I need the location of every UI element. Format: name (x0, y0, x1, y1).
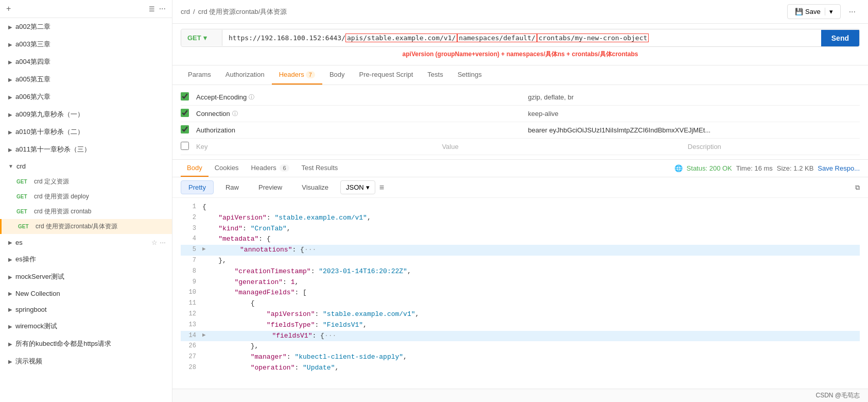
info-icon[interactable]: ⓘ (232, 110, 238, 118)
sidebar-item-label: New Collection (15, 290, 166, 297)
tab-body[interactable]: Body (322, 65, 352, 85)
url-input[interactable]: https://192.168.100.152:6443/apis/stable… (222, 29, 821, 46)
sidebar-item-a005[interactable]: ▶ a005第五章 (0, 71, 172, 88)
sidebar-sub-item-crd-deploy[interactable]: GET crd 使用资源 deploy (0, 189, 172, 204)
visualize-button[interactable]: Visualize (294, 180, 336, 194)
response-tab-test-results[interactable]: Test Results (296, 160, 344, 177)
sidebar-header-icons: ☰ ··· (149, 4, 166, 13)
header-value-input[interactable]: Value (442, 143, 687, 150)
response-tab-headers[interactable]: Headers 6 (245, 160, 296, 177)
connection-checkbox[interactable] (181, 109, 189, 117)
tab-tests[interactable]: Tests (420, 65, 450, 85)
sidebar-item-a003[interactable]: ▶ a003第三章 (0, 36, 172, 53)
topbar-more-button[interactable]: ··· (845, 5, 860, 19)
sidebar-item-a010[interactable]: ▶ a010第十章秒杀（二） (0, 123, 172, 141)
save-response-button[interactable]: Save Respo... (818, 164, 860, 172)
save-button[interactable]: 💾 Save ▾ (787, 4, 841, 19)
sub-item-label: crd 使用资源crontab/具体资源 (36, 222, 117, 231)
response-status-area: 🌐 Status: 200 OK Time: 16 ms Size: 1.2 K… (674, 164, 860, 172)
header-checkbox-3[interactable] (181, 125, 196, 135)
header-checkbox-1[interactable] (181, 92, 196, 102)
chevron-right-icon: ▶ (8, 291, 12, 296)
json-line-13: 13 "fieldsType": "FieldsV1", (181, 320, 860, 331)
chevron-right-icon: ▶ (8, 240, 12, 245)
sidebar-item-es-ops[interactable]: ▶ es操作 (0, 250, 172, 268)
sidebar-item-a002[interactable]: ▶ a002第二章 (0, 18, 172, 36)
sidebar-sub-item-crd-crontab[interactable]: GET crd 使用资源 crontab (0, 204, 172, 219)
plus-icon[interactable]: + (6, 4, 11, 13)
sub-item-label: crd 使用资源 deploy (34, 192, 89, 201)
sidebar-item-a011[interactable]: ▶ a011第十一章秒杀（三） (0, 141, 172, 158)
sidebar-more-icon[interactable]: ··· (159, 4, 166, 13)
copy-icon[interactable]: ⧉ (855, 183, 860, 192)
chevron-right-icon: ▶ (8, 112, 12, 118)
sidebar-item-a004[interactable]: ▶ a004第四章 (0, 53, 172, 71)
breadcrumb: crd / crd 使用资源crontab/具体资源 (181, 7, 287, 16)
json-line-27: 27 "manager": "kubectl-client-side-apply… (181, 352, 860, 363)
save-dropdown-icon[interactable]: ▾ (825, 8, 833, 15)
sidebar-item-demo[interactable]: ▶ 演示视频 (0, 353, 172, 370)
response-tabs: Body Cookies Headers 6 Test Results 🌐 St… (172, 160, 868, 177)
header-description-input[interactable]: Description (688, 143, 860, 150)
method-select[interactable]: GET ▾ (181, 30, 222, 46)
tab-authorization[interactable]: Authorization (218, 65, 272, 85)
sidebar-item-wiremock[interactable]: ▶ wiremock测试 (0, 317, 172, 335)
sub-item-label: crd 使用资源 crontab (34, 207, 91, 216)
raw-button[interactable]: Raw (218, 180, 247, 194)
preview-button[interactable]: Preview (251, 180, 290, 194)
expand-icon[interactable]: ▶ (202, 245, 206, 256)
star-icon[interactable]: ☆ (151, 239, 158, 246)
header-row-empty: Key Value Description (181, 139, 860, 155)
response-headers-badge: 6 (280, 164, 289, 172)
tab-pre-request[interactable]: Pre-request Script (352, 65, 421, 85)
line-number: 3 (181, 224, 196, 234)
sidebar-item-new-collection[interactable]: ▶ New Collection (0, 286, 172, 301)
response-tab-cookies[interactable]: Cookies (209, 160, 245, 177)
header-checkbox-empty[interactable] (181, 142, 196, 152)
line-number: 11 (181, 298, 196, 309)
json-line-11: 11 { (181, 298, 860, 309)
header-row-accept-encoding: Accept-Encoding ⓘ gzip, deflate, br (181, 89, 860, 106)
tab-settings[interactable]: Settings (450, 65, 489, 85)
tab-headers[interactable]: Headers7 (272, 65, 322, 85)
sidebar-item-label: springboot (15, 306, 166, 313)
sidebar-item-springboot[interactable]: ▶ springboot (0, 301, 172, 317)
topbar-actions: 💾 Save ▾ ··· (787, 4, 860, 19)
status-info: 🌐 Status: 200 OK Time: 16 ms Size: 1.2 K… (674, 164, 814, 172)
sidebar-item-label: a009第九章秒杀（一） (15, 110, 166, 119)
es-more-icon[interactable]: ··· (160, 238, 166, 246)
wrap-icon[interactable]: ≡ (379, 183, 384, 192)
pretty-button[interactable]: Pretty (181, 180, 214, 194)
expand-icon[interactable]: ▶ (202, 331, 206, 342)
line-number: 14 (181, 331, 196, 342)
sidebar-item-label: a004第四章 (15, 57, 166, 66)
header-row-connection: Connection ⓘ keep-alive (181, 106, 860, 122)
header-checkbox-2[interactable] (181, 109, 196, 119)
empty-checkbox[interactable] (181, 142, 189, 150)
sidebar-item-mockserver[interactable]: ▶ mockServer测试 (0, 268, 172, 286)
tab-params[interactable]: Params (181, 65, 218, 85)
sidebar-sub-item-crd-define[interactable]: GET crd 定义资源 (0, 174, 172, 189)
url-bar-container: GET ▾ https://192.168.100.152:6443/apis/… (172, 24, 868, 65)
size-text: Size: 1.2 KB (777, 164, 814, 172)
authorization-checkbox[interactable] (181, 125, 189, 133)
sidebar-item-crd[interactable]: ▼ crd (0, 158, 172, 174)
sidebar-item-es[interactable]: ▶ es ☆ ··· (0, 234, 172, 250)
response-tab-body[interactable]: Body (181, 160, 209, 177)
sidebar-item-kubectl[interactable]: ▶ 所有的kubectl命令都是https请求 (0, 335, 172, 353)
sidebar-item-a009[interactable]: ▶ a009第九章秒杀（一） (0, 106, 172, 123)
method-badge-get: GET (16, 209, 31, 214)
filter-icon[interactable]: ☰ (149, 5, 155, 13)
format-dropdown-icon: ▾ (366, 183, 370, 191)
sidebar-item-label: crd (16, 162, 166, 170)
status-text: Status: 200 OK (687, 164, 732, 172)
info-icon[interactable]: ⓘ (249, 93, 254, 101)
format-select[interactable]: JSON ▾ (340, 180, 375, 194)
sidebar-item-a006[interactable]: ▶ a006第六章 (0, 88, 172, 106)
sidebar-sub-item-crd-crontab-specific[interactable]: GET crd 使用资源crontab/具体资源 (0, 219, 172, 234)
header-key-input[interactable]: Key (196, 143, 442, 150)
sidebar-item-label: 演示视频 (15, 357, 166, 366)
accept-encoding-checkbox[interactable] (181, 92, 189, 100)
send-button[interactable]: Send (821, 30, 859, 46)
breadcrumb-sep: / (193, 8, 195, 15)
